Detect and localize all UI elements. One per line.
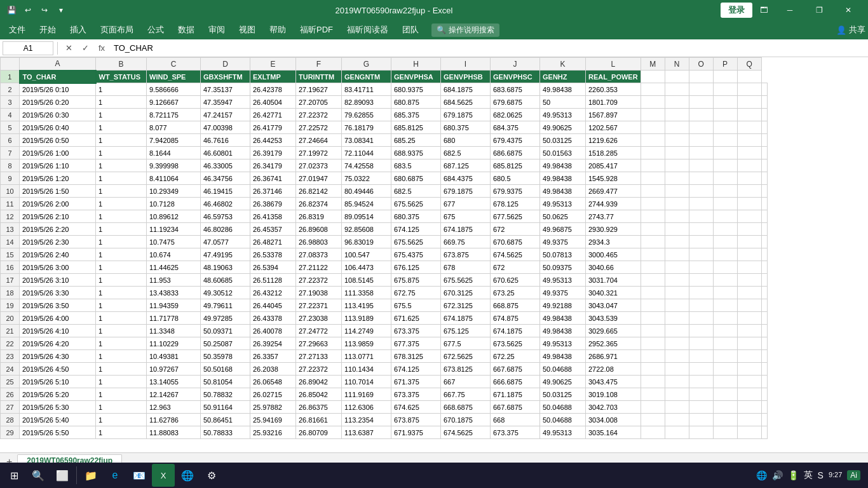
chrome-button[interactable]: 🌐 xyxy=(176,464,199,487)
cell-empty[interactable] xyxy=(737,198,761,210)
cell-N1[interactable] xyxy=(665,71,689,83)
cell-row6-col9[interactable]: 679.4375 xyxy=(491,134,540,147)
cell-row6-col4[interactable]: 26.44253 xyxy=(250,134,296,147)
cell-row14-col6[interactable]: 96.83019 xyxy=(342,236,391,248)
cell-row22-col4[interactable]: 26.39254 xyxy=(250,337,296,350)
cell-empty[interactable] xyxy=(641,363,665,376)
col-header-A[interactable]: A xyxy=(20,58,96,71)
col-header-M[interactable]: M xyxy=(641,58,665,71)
cell-row20-col2[interactable]: 11.71778 xyxy=(147,312,201,325)
cell-row22-col0[interactable]: 2019/5/26 4:20 xyxy=(20,337,96,350)
cell-row28-col8[interactable]: 670.1875 xyxy=(441,414,491,426)
cell-empty[interactable] xyxy=(737,83,761,96)
cell-row3-col0[interactable]: 2019/5/26 0:20 xyxy=(20,96,96,109)
cell-row10-col10[interactable]: 49.98438 xyxy=(540,185,586,198)
cell-row11-col2[interactable]: 10.7128 xyxy=(147,198,201,210)
cell-row29-col6[interactable]: 113.6387 xyxy=(342,426,391,439)
cell-row14-col5[interactable]: 26.98803 xyxy=(296,236,342,248)
cell-row16-col8[interactable]: 678 xyxy=(441,261,491,274)
cell-empty[interactable] xyxy=(641,96,665,109)
cell-row8-col0[interactable]: 2019/5/26 1:10 xyxy=(20,159,96,172)
cell-empty[interactable] xyxy=(665,274,689,287)
cell-empty[interactable] xyxy=(665,248,689,261)
cell-row23-col2[interactable]: 10.49381 xyxy=(147,350,201,363)
cell-empty[interactable] xyxy=(761,147,767,159)
cell-empty[interactable] xyxy=(665,223,689,236)
cell-empty[interactable] xyxy=(737,376,761,388)
cell-row2-col2[interactable]: 9.586666 xyxy=(147,83,201,96)
cell-row3-col9[interactable]: 679.6875 xyxy=(491,96,540,109)
cell-row13-col5[interactable]: 26.89608 xyxy=(296,223,342,236)
cell-row23-col10[interactable]: 49.98438 xyxy=(540,350,586,363)
cell-row25-col8[interactable]: 667 xyxy=(441,376,491,388)
menu-data[interactable]: 数据 xyxy=(172,22,201,38)
cell-row6-col11[interactable]: 1219.626 xyxy=(586,134,641,147)
sheet-tab-1[interactable]: 2019WT06590raw22fjup xyxy=(17,454,122,463)
cell-row12-col0[interactable]: 2019/5/26 2:10 xyxy=(20,210,96,223)
cell-row8-col6[interactable]: 74.42558 xyxy=(342,159,391,172)
cell-row29-col5[interactable]: 26.80709 xyxy=(296,426,342,439)
scroll-area[interactable]: A B C D E F G H I J K L M N O xyxy=(0,57,868,452)
cell-empty[interactable] xyxy=(641,210,665,223)
col-header-G[interactable]: G xyxy=(342,58,391,71)
cell-row4-col6[interactable]: 79.62855 xyxy=(342,109,391,121)
cell-empty[interactable] xyxy=(737,159,761,172)
cell-row6-col6[interactable]: 73.08341 xyxy=(342,134,391,147)
cell-empty[interactable] xyxy=(761,261,767,274)
cell-row16-col5[interactable]: 27.21122 xyxy=(296,261,342,274)
cell-row20-col10[interactable]: 49.98438 xyxy=(540,312,586,325)
menu-layout[interactable]: 页面布局 xyxy=(94,22,140,38)
cell-row20-col6[interactable]: 113.9189 xyxy=(342,312,391,325)
cell-row16-col2[interactable]: 11.44625 xyxy=(147,261,201,274)
cell-empty[interactable] xyxy=(737,388,761,401)
cell-row11-col5[interactable]: 26.82374 xyxy=(296,198,342,210)
cell-row8-col7[interactable]: 683.5 xyxy=(391,159,441,172)
cell-row23-col7[interactable]: 678.3125 xyxy=(391,350,441,363)
cell-row5-col4[interactable]: 26.41779 xyxy=(250,121,296,134)
cell-I1[interactable]: GENVPHSB xyxy=(441,71,491,83)
cell-row14-col9[interactable]: 670.6875 xyxy=(491,236,540,248)
cell-row27-col2[interactable]: 12.963 xyxy=(147,401,201,414)
cell-row16-col0[interactable]: 2019/5/26 3:00 xyxy=(20,261,96,274)
menu-foxitpdf[interactable]: 福昕PDF xyxy=(294,22,339,38)
cell-row12-col10[interactable]: 50.0625 xyxy=(540,210,586,223)
cell-row7-col5[interactable]: 27.19972 xyxy=(296,147,342,159)
cell-row18-col10[interactable]: 49.9375 xyxy=(540,287,586,299)
redo-icon[interactable]: ↪ xyxy=(38,4,51,17)
cell-row14-col8[interactable]: 669.75 xyxy=(441,236,491,248)
cell-row26-col3[interactable]: 50.78832 xyxy=(201,388,250,401)
cell-row26-col4[interactable]: 26.02715 xyxy=(250,388,296,401)
cell-row23-col5[interactable]: 27.27133 xyxy=(296,350,342,363)
cell-row6-col5[interactable]: 27.24664 xyxy=(296,134,342,147)
cell-row11-col8[interactable]: 677 xyxy=(441,198,491,210)
cell-row24-col11[interactable]: 2722.08 xyxy=(586,363,641,376)
cell-row9-col10[interactable]: 49.98438 xyxy=(540,172,586,185)
cell-empty[interactable] xyxy=(737,337,761,350)
cell-empty[interactable] xyxy=(665,299,689,312)
cell-row12-col9[interactable]: 677.5625 xyxy=(491,210,540,223)
col-header-B[interactable]: B xyxy=(96,58,147,71)
cell-empty[interactable] xyxy=(665,376,689,388)
cell-row13-col4[interactable]: 26.45357 xyxy=(250,223,296,236)
cell-row5-col3[interactable]: 47.00398 xyxy=(201,121,250,134)
cell-row19-col9[interactable]: 668.875 xyxy=(491,299,540,312)
cell-F1[interactable]: TURINTTM xyxy=(296,71,342,83)
cell-empty[interactable] xyxy=(641,337,665,350)
cell-row26-col6[interactable]: 111.9169 xyxy=(342,388,391,401)
cell-empty[interactable] xyxy=(761,109,767,121)
cell-empty[interactable] xyxy=(665,337,689,350)
cell-empty[interactable] xyxy=(689,134,713,147)
cell-empty[interactable] xyxy=(641,147,665,159)
cell-row18-col7[interactable]: 672.75 xyxy=(391,287,441,299)
cell-row5-col0[interactable]: 2019/5/26 0:40 xyxy=(20,121,96,134)
cell-row17-col1[interactable]: 1 xyxy=(96,274,147,287)
cell-row17-col4[interactable]: 26.51128 xyxy=(250,274,296,287)
cell-empty[interactable] xyxy=(737,363,761,376)
cell-row18-col8[interactable]: 670.3125 xyxy=(441,287,491,299)
cell-row10-col2[interactable]: 10.29349 xyxy=(147,185,201,198)
cell-row28-col10[interactable]: 50.04688 xyxy=(540,414,586,426)
cell-row6-col2[interactable]: 7.942085 xyxy=(147,134,201,147)
cell-row28-col3[interactable]: 50.86451 xyxy=(201,414,250,426)
cell-row19-col10[interactable]: 49.92188 xyxy=(540,299,586,312)
cell-empty[interactable] xyxy=(665,147,689,159)
